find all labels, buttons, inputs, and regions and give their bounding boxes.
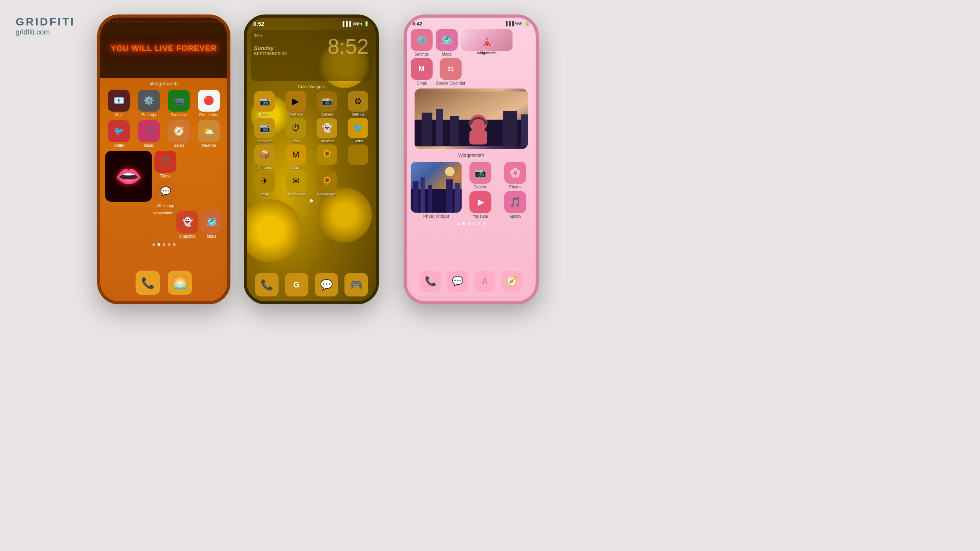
list-item[interactable]: Widgetsmith (152, 211, 174, 238)
list-item[interactable]: 📧 Mail (105, 90, 133, 117)
list-item[interactable]: ▶ YouTube (464, 191, 497, 219)
svg-rect-4 (450, 116, 459, 146)
app-label: Clock (291, 139, 300, 143)
app-label: YouTube (473, 214, 488, 219)
list-item[interactable]: M Gmail (281, 145, 311, 170)
list-item[interactable]: 📦 Amazon (250, 145, 279, 170)
camera-icon: 📸 (317, 91, 337, 112)
dock-phone[interactable]: 📞 (136, 271, 160, 295)
signal-icon: ▐▐▐ (341, 21, 351, 27)
whatsapp-icon: 💬 (154, 181, 176, 202)
dock3: 📞 💬 A 🧭 (411, 267, 532, 296)
list-item[interactable]: ▶ YouTube (281, 91, 311, 116)
list-item[interactable]: 🌸 Photos (499, 162, 532, 189)
list-item[interactable]: M Gmail (411, 58, 433, 85)
apps-grid-row3: 📦 Amazon M Gmail 🌻 (247, 144, 376, 170)
list-item[interactable]: 🎵 Spotify (499, 191, 532, 219)
twitter2-icon: 🐦 (348, 118, 368, 138)
list-item[interactable]: 💬 Whatsapp (154, 181, 176, 208)
brand-name: GRIDFITI (16, 16, 75, 28)
phone1-screen: YOU WILL LIVE FOREVER Widgetsmith 📧 Mail… (100, 18, 227, 301)
dock-phone2[interactable]: 📞 (255, 273, 279, 296)
dock-appstore[interactable]: A (474, 271, 495, 292)
lips-widget[interactable]: 👄 (105, 151, 152, 202)
dot-active (158, 243, 160, 246)
list-item[interactable]: 👻 Snapchat (176, 211, 198, 238)
tiktok-icon: 🎵 (154, 151, 176, 173)
music-icon: 🎵 (138, 120, 160, 142)
empty2 (348, 171, 368, 191)
dock-phone3[interactable]: 📞 (420, 271, 441, 292)
dot (152, 243, 155, 246)
list-item[interactable]: 🌻 Widgetsmith (312, 171, 342, 196)
anime-svg (415, 89, 528, 149)
neon-string (100, 22, 227, 23)
app-label: Tiktok (160, 174, 170, 178)
list-item[interactable]: 31 Google Calendar (436, 58, 466, 85)
app-label: Weather (201, 143, 216, 148)
list-item[interactable]: 🐦 Twitter (344, 118, 373, 143)
phone1: YOU WILL LIVE FOREVER Widgetsmith 📧 Mail… (97, 14, 230, 304)
battery-icon: 🔋 (364, 21, 370, 27)
list-item[interactable]: ⛅ Weather (195, 120, 223, 148)
list-item[interactable]: ⏱ Clock (281, 118, 311, 143)
app-label: Settings (142, 113, 156, 117)
list-item[interactable]: 📹 Facetime (165, 90, 193, 117)
dock-sunrise[interactable]: 🌅 (168, 271, 192, 295)
list-item[interactable]: 📷 Photos (250, 91, 279, 116)
middle-row: Photo Widget 📷 Camera 🌸 Photos ▶ YouTube… (407, 161, 536, 219)
list-item[interactable]: 🌻 (312, 145, 342, 170)
svg-point-10 (484, 121, 488, 125)
app-label: Photos (259, 112, 270, 116)
list-item[interactable]: 📷 Instagram (250, 118, 279, 143)
youtube3-icon: ▶ (469, 191, 491, 213)
app-label: Mail (261, 192, 268, 196)
list-item[interactable]: ✈ Mail (250, 171, 279, 196)
app-label: School Mail (286, 192, 305, 196)
page-dots2 (247, 197, 376, 203)
dot (483, 222, 485, 225)
widgetsmith-big-label: Widgetsmith (411, 152, 532, 159)
dock-messages[interactable]: 💬 (315, 273, 338, 296)
mail2-icon: ✈ (254, 171, 275, 191)
app-label: Gmail (291, 166, 301, 170)
dot (478, 222, 480, 225)
list-item[interactable]: 🧭 Safari (165, 120, 193, 148)
widgetsmith-anime-widget[interactable] (415, 89, 528, 149)
list-item[interactable]: ⚙️ Settings (135, 90, 163, 117)
list-item[interactable]: ✉ School Mail (281, 171, 311, 196)
photo-widget[interactable] (411, 162, 462, 213)
mail-icon: 📧 (108, 90, 130, 112)
app-label: Maps (207, 234, 216, 238)
status-time: 8:52 (253, 21, 264, 27)
app-label: Spotify (509, 214, 522, 219)
widgetsmith-label: Widgetsmith (100, 78, 227, 88)
signal3-icon: ▐▐▐ (505, 21, 514, 26)
dock-discord[interactable]: 🎮 (344, 273, 368, 296)
color-widgets-label: Color Widgets (247, 83, 376, 90)
facetime-icon: 📹 (168, 90, 190, 112)
gmail2-icon: M (286, 145, 306, 165)
dock-messages3[interactable]: 💬 (447, 271, 468, 292)
dock-compass[interactable]: 🧭 (501, 271, 522, 292)
page-dots (100, 240, 227, 249)
anime-widget-container: Widgetsmith (411, 89, 532, 159)
list-item[interactable]: 🔴 Reminders (195, 90, 223, 117)
list-item[interactable]: 🎵 Tiktok (154, 151, 176, 178)
status-icons3: ▐▐▐ WiFi 🔋 (505, 21, 530, 26)
list-item[interactable]: 🗺️ Maps (201, 211, 223, 238)
list-item[interactable]: 🐦 Twitter (105, 120, 133, 148)
list-item[interactable] (344, 145, 373, 170)
widgetsmith-widget-small[interactable]: 🗼 Widgetsmith (461, 29, 513, 55)
battery3-icon: 🔋 (525, 21, 530, 26)
phone2-content: 8:52 ▐▐▐ WiFi 🔋 38% 8:52 Sunday SEPTEMBE… (247, 18, 376, 301)
list-item[interactable]: 🗺️ Maps (436, 29, 458, 56)
list-item[interactable]: ⚙️ Settings (411, 29, 433, 56)
list-item[interactable]: ⚙ Settings (344, 91, 373, 116)
list-item[interactable]: 🎵 Music (135, 120, 163, 148)
list-item[interactable]: 👻 Snapchat (312, 118, 342, 143)
list-item[interactable]: 📷 Camera (464, 162, 497, 189)
widgetsmith-paris: 🗼 (461, 29, 513, 51)
dock-google[interactable]: G (285, 273, 308, 296)
list-item[interactable]: 📸 Camera (312, 91, 342, 116)
